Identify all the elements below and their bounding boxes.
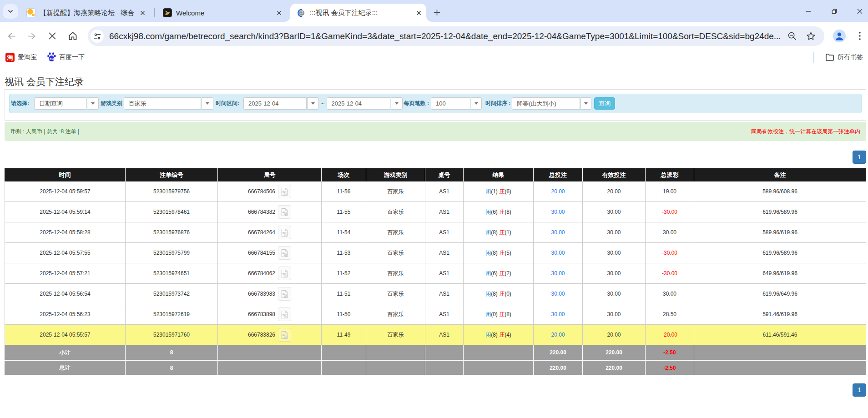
total-bet-link[interactable]: 30.00 [551, 270, 565, 277]
result-player: 闲 [485, 291, 491, 297]
col-result: 结果 [464, 168, 534, 181]
cell-result: 闲(8) 庄(0) [464, 284, 534, 304]
dropdown-button[interactable] [580, 97, 591, 110]
video-replay-button[interactable] [278, 226, 291, 239]
close-window-button[interactable] [853, 5, 866, 18]
restore-icon [831, 8, 837, 15]
table-row: 2025-12-04 05:57:21 523015974651 6667840… [5, 263, 866, 284]
taobao-icon: 淘 [5, 53, 15, 62]
cell-bet-id: 523015974651 [126, 263, 218, 284]
sort-select[interactable]: 降幂(由大到小) [512, 97, 591, 110]
minimize-icon [805, 8, 812, 15]
video-replay-button[interactable] [278, 307, 291, 321]
round-number: 666784382 [248, 209, 275, 215]
col-game: 游戏类别 [366, 168, 425, 181]
pagination-page-1-top[interactable]: 1 [853, 151, 866, 164]
table-footer: 小计 8 220.00 220.00 -2.50 总计 8 220.00 220… [5, 345, 866, 375]
bookmark-star-icon[interactable] [806, 31, 816, 41]
caret-down-icon [206, 102, 209, 105]
restore-button[interactable] [828, 5, 840, 18]
total-bet-link[interactable]: 30.00 [551, 250, 565, 256]
cell-time: 2025-12-04 05:57:55 [5, 243, 126, 263]
home-icon[interactable] [68, 31, 78, 41]
dropdown-button[interactable] [471, 97, 482, 110]
cell-note: 619.96/589.96 [694, 243, 866, 263]
game-type-value[interactable]: 百家乐 [124, 97, 201, 110]
total-bet-link[interactable]: 30.00 [551, 209, 565, 215]
filter-bar: 请选择: 日期查询 游戏类别 百家乐 时间区间: 2025-12-04 ~ [9, 94, 862, 113]
total-bet-link[interactable]: 20.00 [551, 188, 565, 195]
profile-avatar[interactable] [833, 30, 846, 42]
bookmark-baidu[interactable]: du 百度一下 [44, 51, 87, 64]
person-icon [833, 30, 846, 42]
date-start-select[interactable]: 2025-12-04 [243, 97, 319, 110]
cell-table: AS1 [425, 202, 464, 222]
date-end-value[interactable]: 2025-12-04 [327, 97, 390, 110]
stop-loading-icon[interactable] [48, 32, 56, 40]
cell-note: 589.96/608.96 [694, 181, 866, 202]
result-banker: 庄 [499, 291, 505, 297]
all-bookmarks-button[interactable]: 所有书签 [822, 51, 867, 64]
col-bet-id: 注单编号 [126, 168, 218, 181]
cell-session: 11-51 [322, 284, 366, 304]
total-count: 8 [126, 360, 218, 375]
cell-valid-bet: 20.00 [583, 325, 646, 345]
total-bet-link[interactable]: 30.00 [551, 229, 565, 236]
total-bet-link[interactable]: 30.00 [551, 311, 565, 317]
video-replay-button[interactable] [278, 287, 291, 301]
bookmarks-divider [813, 52, 814, 63]
zoom-indicator-icon[interactable] [787, 31, 797, 41]
cell-total-bet: 20.00 [534, 181, 583, 202]
page-size-value[interactable]: 100 [431, 97, 470, 110]
search-button[interactable]: 查询 [594, 97, 615, 110]
cell-result: 闲(0) 庄(8) [464, 304, 534, 325]
bookmark-taobao[interactable]: 淘 爱淘宝 [3, 51, 40, 64]
date-end-select[interactable]: 2025-12-04 [327, 97, 403, 110]
result-banker: 庄 [499, 209, 505, 215]
game-type-select[interactable]: 百家乐 [124, 97, 213, 110]
page-title: 视讯 会员下注纪录 [5, 76, 84, 88]
sort-value[interactable]: 降幂(由大到小) [512, 97, 580, 110]
cell-note: 619.96/589.96 [694, 202, 866, 222]
dropdown-button[interactable] [391, 97, 403, 110]
video-replay-button[interactable] [278, 267, 291, 280]
result-banker: 庄 [499, 250, 505, 256]
cell-round: 666783983 [218, 284, 322, 304]
total-bet-link[interactable]: 20.00 [551, 332, 565, 338]
notice-warning-text: 同局有效投注，统一计算在该局第一张注单内 [751, 128, 860, 136]
video-replay-button[interactable] [278, 205, 291, 219]
address-bar[interactable]: 66cxkj98.com/game/betrecord_search/kind3… [88, 26, 824, 46]
cell-table: AS1 [425, 325, 464, 345]
dropdown-button[interactable] [202, 97, 213, 110]
dropdown-button[interactable] [87, 97, 99, 110]
total-label: 总计 [5, 360, 126, 375]
video-replay-button[interactable] [278, 185, 291, 198]
site-settings-button[interactable] [91, 30, 104, 43]
browser-menu-button[interactable] [854, 30, 865, 41]
query-type-select[interactable]: 日期查询 [34, 97, 99, 110]
cell-valid-bet: 30.00 [583, 243, 646, 263]
result-banker-num: (8) [505, 209, 511, 215]
pagination-page-1-bottom[interactable]: 1 [853, 383, 866, 397]
cell-payout: -30.00 [646, 263, 694, 284]
cell-round: 666784382 [218, 202, 322, 222]
video-replay-button[interactable] [278, 328, 291, 342]
minimize-button[interactable] [802, 5, 815, 18]
table-header: 时间 注单编号 局号 场次 游戏类别 桌号 结果 总投注 有效投注 总派彩 备注 [5, 168, 866, 181]
result-banker-num: (4) [505, 332, 511, 338]
page-size-select[interactable]: 100 [431, 97, 482, 110]
video-replay-button[interactable] [278, 246, 291, 260]
url-text[interactable]: 66cxkj98.com/game/betrecord_search/kind3… [109, 26, 803, 46]
forward-icon[interactable] [27, 31, 36, 41]
total-bet-link[interactable]: 30.00 [551, 291, 565, 297]
dropdown-button[interactable] [307, 97, 319, 110]
cell-valid-bet: 30.00 [583, 304, 646, 325]
date-start-value[interactable]: 2025-12-04 [243, 97, 307, 110]
video-file-icon [280, 290, 289, 298]
result-player-num: (8) [491, 229, 498, 236]
query-type-value[interactable]: 日期查询 [34, 97, 86, 110]
cell-bet-id: 523015979756 [126, 181, 218, 202]
round-number: 666783983 [248, 291, 275, 297]
back-icon[interactable] [7, 31, 16, 41]
video-file-icon [280, 208, 289, 217]
